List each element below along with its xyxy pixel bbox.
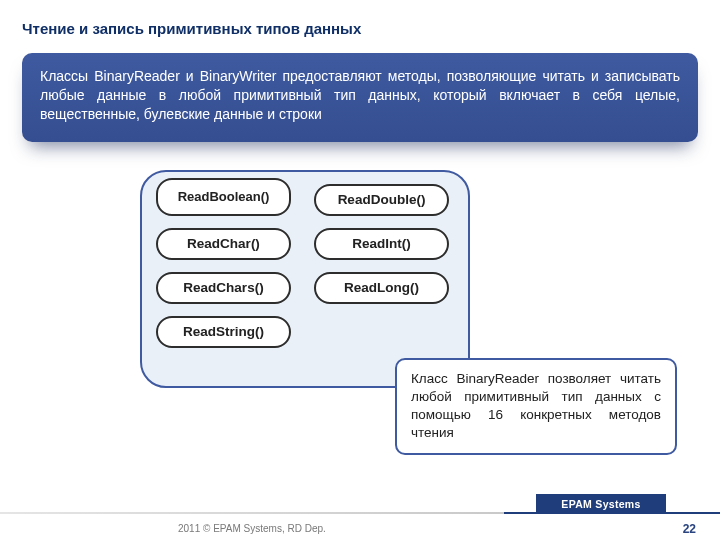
method-pill: ReadDouble()	[314, 184, 449, 216]
method-pill: ReadChar()	[156, 228, 291, 260]
method-pill: ReadChars()	[156, 272, 291, 304]
footer-copyright: 2011 © EPAM Systems, RD Dep.	[178, 523, 326, 534]
method-pill: ReadLong()	[314, 272, 449, 304]
footer-brand: EPAM Systems	[536, 494, 666, 514]
method-pill: ReadString()	[156, 316, 291, 348]
methods-area: ReadBoolean() ReadChar() ReadChars() Rea…	[0, 170, 720, 450]
page-number: 22	[683, 522, 696, 536]
method-pill: ReadInt()	[314, 228, 449, 260]
footer: EPAM Systems 2011 © EPAM Systems, RD Dep…	[0, 496, 720, 540]
slide-title: Чтение и запись примитивных типов данных	[0, 0, 720, 53]
note-box: Класс BinaryReader позволяет читать любо…	[395, 358, 677, 455]
intro-panel: Классы BinaryReader и BinaryWriter предо…	[22, 53, 698, 142]
method-pill: ReadBoolean()	[156, 178, 291, 216]
